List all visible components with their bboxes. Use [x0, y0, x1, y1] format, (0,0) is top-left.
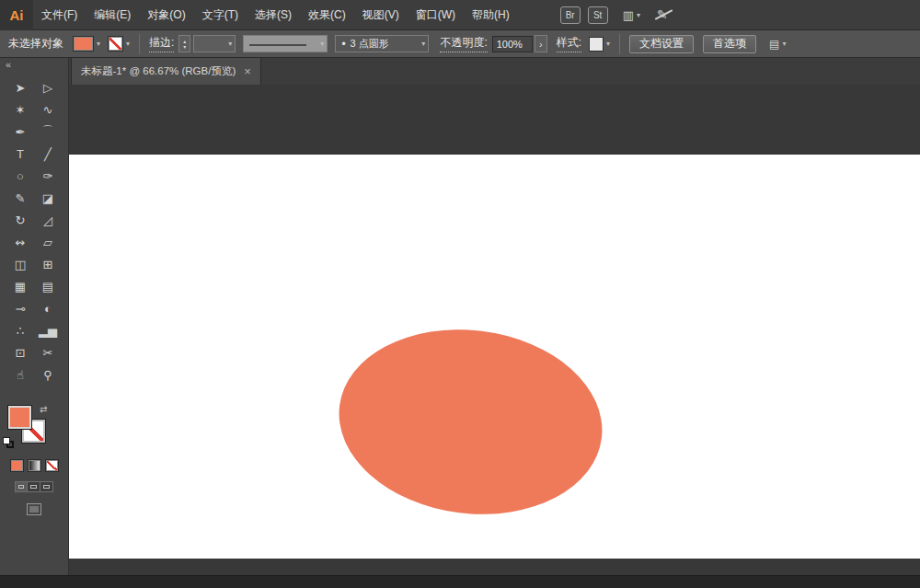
eyedropper-tool[interactable]: ⊸ — [6, 297, 34, 319]
artboard-tool[interactable]: ⊡ — [6, 341, 34, 363]
magic-wand-tool[interactable]: ✶ — [6, 98, 34, 121]
paintbrush-tool[interactable]: ✑ — [34, 165, 62, 187]
fill-stroke-widget: ⇄ — [0, 404, 69, 452]
style-swatch — [589, 37, 604, 52]
menu-item-view[interactable]: 视图(V) — [354, 0, 408, 30]
slice-tool[interactable]: ✂ — [34, 341, 62, 363]
bridge-button[interactable]: Br — [560, 6, 581, 24]
opacity-input[interactable] — [492, 36, 533, 52]
hand-tool[interactable]: ☝ — [6, 363, 34, 386]
chevron-down-icon: ▾ — [782, 40, 786, 48]
free-transform-tool[interactable]: ▱ — [34, 231, 62, 253]
bottom-scrollbar-area[interactable] — [0, 575, 920, 588]
brush-definition-dropdown[interactable]: • 3 点圆形 ▾ — [335, 35, 429, 52]
stroke-color-dropdown[interactable]: ▾ — [108, 36, 130, 52]
pen-tool[interactable]: ✒ — [6, 121, 34, 143]
pasteboard — [69, 85, 920, 575]
draw-normal-button[interactable] — [15, 481, 28, 492]
chevron-down-icon: ▾ — [421, 40, 425, 48]
drawing-mode-buttons — [0, 481, 68, 492]
menu-item-select[interactable]: 选择(S) — [247, 0, 300, 30]
document-tab-title: 未标题-1* @ 66.67% (RGB/预览) — [81, 64, 236, 78]
lasso-tool[interactable]: ∿ — [34, 98, 62, 121]
workspace-switcher[interactable]: ▥ ▾ — [623, 8, 640, 22]
direct-selection-tool[interactable]: ▷ — [34, 76, 62, 98]
scale-tool[interactable]: ◿ — [34, 209, 62, 231]
toolbar-fill-swatch[interactable] — [7, 405, 32, 430]
default-fill-stroke-icon[interactable] — [3, 437, 16, 450]
gradient-button[interactable] — [28, 459, 41, 472]
tools-grid: ➤▷✶∿✒⌒T╱○✑✎◪↻◿↭▱◫⊞▦▤⊸◐∴▂▅⊡✂☝⚲ — [0, 76, 68, 386]
draw-inside-button[interactable] — [40, 481, 53, 492]
shape-builder-tool[interactable]: ◫ — [6, 253, 34, 275]
type-tool[interactable]: T — [6, 143, 34, 165]
menu-item-object[interactable]: 对象(O) — [139, 0, 193, 30]
tools-panel: « ➤▷✶∿✒⌒T╱○✑✎◪↻◿↭▱◫⊞▦▤⊸◐∴▂▅⊡✂☝⚲ ⇄ — [0, 58, 69, 575]
stock-button[interactable]: St — [588, 6, 608, 24]
blend-tool[interactable]: ◐ — [34, 297, 62, 319]
document-tab[interactable]: 未标题-1* @ 66.67% (RGB/预览) × — [71, 58, 261, 85]
line-segment-tool[interactable]: ╱ — [34, 143, 62, 165]
chevron-down-icon: ▾ — [606, 40, 610, 48]
mesh-tool[interactable]: ▦ — [6, 275, 34, 297]
none-button[interactable] — [45, 459, 59, 472]
swap-fill-stroke-icon[interactable]: ⇄ — [40, 404, 47, 414]
selection-tool[interactable]: ➤ — [6, 76, 34, 98]
screen-mode-button[interactable] — [27, 503, 41, 515]
eraser-tool[interactable]: ◪ — [34, 187, 62, 209]
ellipse-shape[interactable] — [328, 315, 613, 528]
brush-definition-value: 3 点圆形 — [351, 37, 420, 51]
tools-panel-header: « — [0, 58, 68, 71]
color-button[interactable] — [10, 459, 24, 472]
workspace-icon: ▥ — [623, 8, 634, 22]
panel-menu-icon: ▤ — [769, 38, 779, 51]
chevron-down-icon: ▾ — [97, 40, 100, 48]
preferences-button[interactable]: 首选项 — [703, 35, 756, 53]
touch-workspace-icon[interactable]: ✎ — [657, 7, 668, 22]
ellipse-tool[interactable]: ○ — [6, 165, 34, 187]
document-setup-button[interactable]: 文档设置 — [629, 35, 694, 53]
close-icon[interactable]: × — [244, 64, 251, 78]
opacity-label[interactable]: 不透明度: — [440, 35, 487, 52]
divider — [619, 34, 620, 54]
menu-item-edit[interactable]: 编辑(E) — [86, 0, 139, 30]
width-tool[interactable]: ↭ — [6, 231, 34, 253]
fill-swatch — [73, 36, 94, 52]
stroke-swatch — [108, 36, 123, 52]
selection-status: 未选择对象 — [8, 36, 63, 52]
default-fill-chip — [3, 437, 10, 444]
column-graph-tool[interactable]: ▂▅ — [34, 319, 62, 341]
divider — [139, 34, 140, 54]
artboard[interactable] — [69, 155, 920, 559]
chevron-down-icon: ▾ — [637, 11, 640, 19]
control-panel-menu[interactable]: ▤ ▾ — [769, 38, 786, 51]
menu-bar: Ai 文件(F)编辑(E)对象(O)文字(T)选择(S)效果(C)视图(V)窗口… — [0, 0, 920, 30]
opacity-expand-button[interactable]: › — [535, 35, 547, 52]
symbol-sprayer-tool[interactable]: ∴ — [6, 319, 34, 341]
uniform-profile-preview — [249, 44, 306, 46]
paint-style-buttons — [0, 459, 68, 472]
rotate-tool[interactable]: ↻ — [6, 209, 34, 231]
style-dropdown[interactable]: ▾ — [589, 37, 610, 52]
width-profile-dropdown[interactable]: ▾ — [243, 35, 328, 52]
menu-item-help[interactable]: 帮助(H) — [464, 0, 518, 30]
gradient-tool[interactable]: ▤ — [34, 275, 62, 297]
stroke-weight-stepper[interactable]: ▴ ▾ — [178, 35, 190, 52]
menu-item-file[interactable]: 文件(F) — [33, 0, 86, 30]
menu-item-window[interactable]: 窗口(W) — [408, 0, 464, 30]
pencil-tool[interactable]: ✎ — [6, 187, 34, 209]
menu-items: 文件(F)编辑(E)对象(O)文字(T)选择(S)效果(C)视图(V)窗口(W)… — [33, 0, 518, 29]
zoom-tool[interactable]: ⚲ — [34, 363, 62, 386]
chevron-down-icon: ▾ — [320, 40, 324, 48]
curvature-tool[interactable]: ⌒ — [34, 121, 62, 143]
menu-item-type[interactable]: 文字(T) — [194, 0, 247, 30]
draw-behind-button[interactable] — [28, 481, 40, 492]
perspective-grid-tool[interactable]: ⊞ — [34, 253, 62, 275]
stroke-weight-dropdown[interactable]: ▾ — [193, 35, 236, 52]
fill-color-dropdown[interactable]: ▾ — [73, 36, 100, 52]
menu-item-effect[interactable]: 效果(C) — [300, 0, 354, 30]
stroke-weight-label[interactable]: 描边: — [149, 35, 174, 52]
app-logo: Ai — [0, 0, 33, 30]
collapse-panel-icon[interactable]: « — [6, 60, 11, 69]
style-label[interactable]: 样式: — [557, 35, 581, 52]
